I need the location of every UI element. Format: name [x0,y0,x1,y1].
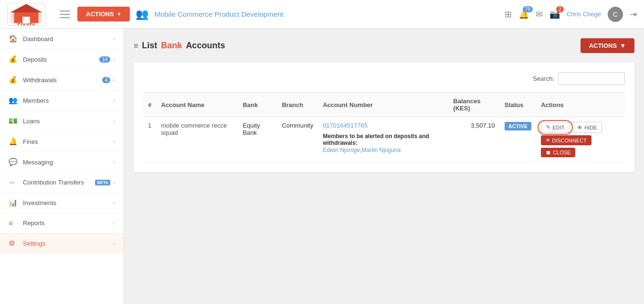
sidebar-arrow-messaging: › [113,159,115,165]
logo-area: EQUITY [7,3,45,26]
org-name: Mobile Commerce Product Development [154,10,283,18]
sidebar-item-dashboard[interactable]: 🏠 Dashboard › [0,29,124,49]
sidebar-arrow-deposits: › [113,56,115,62]
sidebar-label-transfers: Contribution Transfers [23,179,95,186]
sidebar-label-withdrawals: Withdrawals [23,76,102,84]
sidebar-item-contribution-transfers[interactable]: ↔ Contribution Transfers BETA › [0,173,124,193]
page-actions-label: ACTIONS [589,42,617,49]
close-button[interactable]: ⏹ CLOSE [541,148,575,157]
search-label: Search: [533,75,554,82]
hide-button[interactable]: 👁 HIDE [572,122,602,133]
messages-badge: 2 [556,6,564,12]
title-prefix: List [142,41,157,51]
investments-icon: 📊 [9,198,18,207]
col-account-name: Account Name [156,93,238,117]
member-link-1[interactable]: Edwin Njoroge [323,147,360,153]
logout-icon[interactable]: ⇥ [630,9,637,20]
close-icon: ⏹ [546,150,551,155]
deposits-icon: 💰 [9,55,18,64]
sidebar-arrow-withdrawals: › [113,77,115,83]
sidebar-arrow-members: › [113,98,115,103]
sidebar-label-fines: Fines [23,138,113,145]
mail-icon[interactable]: ✉ [536,9,543,20]
row-branch: Community [277,117,318,163]
members-icon: 👥 [9,96,18,105]
top-actions-label: ACTIONS [86,11,114,18]
main-content: ≡ List Bank Accounts ACTIONS ▼ Search: # [124,29,644,304]
col-account-number: Account Number [318,93,448,117]
deposits-badge: 14 [99,56,110,63]
sidebar-label-dashboard: Dashboard [23,35,113,43]
action-buttons-row2: ✕ DISCONNECT ⏹ CLOSE [541,135,620,157]
member-link-2[interactable]: Martin Njuguna [362,147,401,153]
page-actions-arrow: ▼ [620,42,626,49]
top-actions-button[interactable]: ACTIONS ▼ [77,7,130,22]
sidebar-item-loans[interactable]: 💵 Loans › [0,111,124,131]
sidebar-item-withdrawals[interactable]: 💰 Withdrawals 4 › [0,70,124,90]
top-navigation: EQUITY ACTIONS ▼ 👥 Mobile Commerce Produ… [0,0,644,29]
svg-rect-3 [22,17,30,23]
table-body: 1 mobile commerce recce squad Equity Ban… [143,117,625,163]
notifications-icon[interactable]: 🔔 79 [518,9,529,20]
edit-button[interactable]: ✎ EDIT [541,122,570,133]
content-card: Search: # Account Name Bank Branch Accou… [134,63,634,172]
hide-label: HIDE [584,125,597,130]
svg-text:EQUITY: EQUITY [17,23,35,25]
edit-label: EDIT [552,125,564,130]
camera-icon[interactable]: 📷 2 [549,9,560,20]
col-actions: Actions [536,93,625,117]
edit-icon: ✎ [546,124,550,130]
search-row: Search: [143,72,625,85]
sidebar: 🏠 Dashboard › 💰 Deposits 14 › 💰 Withdraw… [0,29,124,304]
sidebar-arrow-reports: › [113,220,115,226]
group-icon: 👥 [136,8,148,21]
disconnect-button[interactable]: ✕ DISCONNECT [541,135,591,145]
search-input[interactable] [558,72,625,85]
hide-icon: 👁 [577,125,582,130]
sidebar-item-members[interactable]: 👥 Members › [0,90,124,111]
sidebar-label-messaging: Messaging [23,159,113,166]
title-suffix: Accounts [186,41,225,51]
bank-accounts-table: # Account Name Bank Branch Account Numbe… [143,92,625,163]
sidebar-item-investments[interactable]: 📊 Investments › [0,193,124,213]
alert-label: Members to be alerted on deposits and wi… [323,133,443,146]
page-header: ≡ List Bank Accounts ACTIONS ▼ [134,38,634,53]
sidebar-arrow-loans: › [113,118,115,124]
status-badge: ACTIVE [505,122,531,130]
sidebar-item-reports[interactable]: ≡ Reports › [0,213,124,233]
sidebar-item-settings[interactable]: ⚙ Settings › [0,233,124,254]
top-actions-arrow: ▼ [117,11,122,17]
grid-icon[interactable]: ⊞ [505,9,512,20]
sidebar-item-fines[interactable]: 🔔 Fines › [0,131,124,152]
user-avatar[interactable]: C [608,7,623,22]
page-actions-button[interactable]: ACTIONS ▼ [581,38,634,53]
beta-badge: BETA [95,180,110,185]
col-bank: Bank [238,93,277,117]
sidebar-label-investments: Investments [23,199,113,206]
list-icon: ≡ [134,42,138,50]
col-branch: Branch [277,93,318,117]
sidebar-arrow-dashboard: › [113,36,115,42]
action-buttons: ✎ EDIT 👁 HIDE [541,122,620,133]
disconnect-icon: ✕ [546,137,550,143]
row-account-number: 0170164517765 Members to be alerted on d… [318,117,448,163]
row-status: ACTIVE [500,117,536,163]
row-bank: Equity Bank [238,117,277,163]
sidebar-item-messaging[interactable]: 💬 Messaging › [0,152,124,173]
hamburger-menu[interactable] [60,11,70,18]
topnav-right: ⊞ 🔔 79 ✉ 📷 2 Chris Chege C ⇥ [505,7,637,22]
row-actions: ✎ EDIT 👁 HIDE ✕ [536,117,625,163]
table-row: 1 mobile commerce recce squad Equity Ban… [143,117,625,163]
sidebar-label-deposits: Deposits [23,56,99,63]
fines-icon: 🔔 [9,137,18,146]
settings-icon: ⚙ [9,239,18,248]
sidebar-item-deposits[interactable]: 💰 Deposits 14 › [0,49,124,70]
withdrawals-icon: 💰 [9,76,18,84]
sidebar-label-members: Members [23,97,113,104]
sidebar-arrow-investments: › [113,200,115,206]
account-number-text: 0170164517765 [323,122,368,129]
table-header: # Account Name Bank Branch Account Numbe… [143,93,625,117]
row-num: 1 [143,117,156,163]
user-name[interactable]: Chris Chege [567,11,601,18]
close-label: CLOSE [553,150,570,155]
